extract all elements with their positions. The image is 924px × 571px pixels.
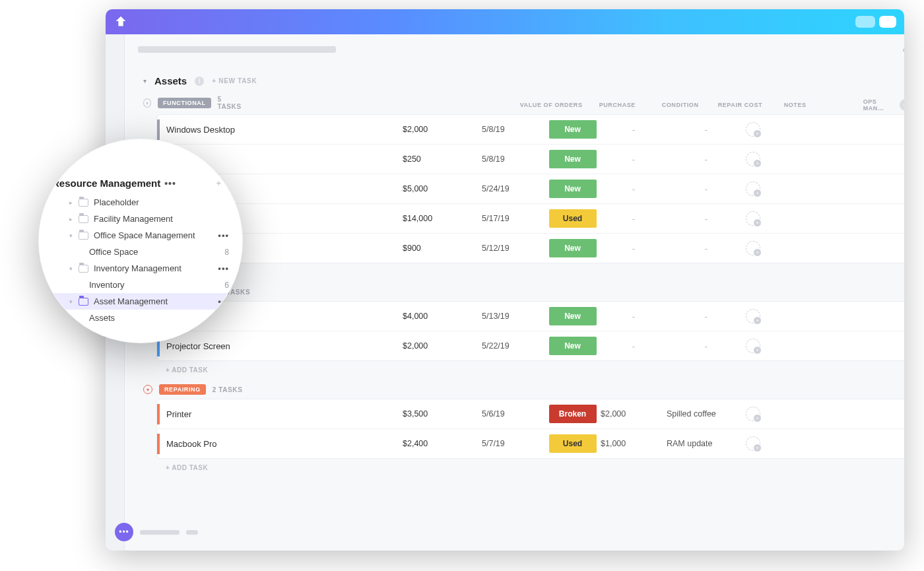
window-controls[interactable]: [855, 16, 896, 28]
tree-caret-icon[interactable]: ▾: [68, 232, 73, 239]
tree-caret-icon[interactable]: ▸: [68, 216, 73, 222]
purchase-date[interactable]: 5/12/19: [482, 244, 544, 253]
notes[interactable]: Spilled coffee: [667, 409, 746, 419]
purchase-date[interactable]: 5/6/19: [482, 409, 544, 419]
repair-cost[interactable]: -: [601, 341, 667, 351]
tree-caret-icon[interactable]: ▾: [68, 265, 73, 272]
sidebar-item[interactable]: ▸Placeholder: [52, 194, 240, 211]
notes[interactable]: -: [667, 312, 746, 321]
condition-badge[interactable]: New: [549, 150, 597, 168]
item-options-icon[interactable]: •••: [218, 230, 233, 240]
repair-cost[interactable]: $1,000: [601, 439, 667, 448]
column-header[interactable]: NOTES: [784, 102, 863, 108]
new-task-button[interactable]: + NEW TASK: [212, 77, 257, 84]
gear-icon[interactable]: [903, 44, 904, 59]
add-task-button[interactable]: + ADD TASK: [138, 459, 904, 475]
value-of-orders[interactable]: $2,000: [403, 125, 482, 134]
purchase-date[interactable]: 5/24/19: [482, 184, 544, 193]
notes[interactable]: RAM update: [667, 439, 746, 448]
task-row[interactable]: Billboard$5,0005/24/19New--: [157, 174, 904, 203]
space-header[interactable]: Resource Management ••• + ⌕: [52, 178, 240, 194]
condition-badge[interactable]: New: [549, 337, 597, 355]
purchase-date[interactable]: 5/8/19: [482, 125, 544, 134]
column-header[interactable]: OPS MAN…: [863, 98, 900, 112]
task-row[interactable]: Monitor$2505/8/19New--: [157, 144, 904, 174]
notes[interactable]: -: [667, 244, 746, 253]
info-icon[interactable]: i: [195, 77, 204, 86]
value-of-orders[interactable]: $14,000: [403, 214, 482, 223]
status-collapse-icon[interactable]: ▾: [143, 98, 151, 108]
tree-caret-icon[interactable]: ▾: [68, 298, 73, 305]
task-row[interactable]: Windows Desktop$2,0005/8/19New--: [157, 115, 904, 144]
purchase-date[interactable]: 5/17/19: [482, 214, 544, 223]
assignee-avatar[interactable]: [746, 309, 760, 323]
condition-badge[interactable]: Used: [549, 209, 597, 228]
sidebar-item[interactable]: Office Space8: [52, 244, 240, 260]
condition-badge[interactable]: New: [549, 239, 597, 257]
task-row[interactable]: Macbook Pro$2,4005/7/19Used$1,000RAM upd…: [157, 428, 904, 458]
condition-badge[interactable]: Broken: [549, 405, 597, 423]
value-of-orders[interactable]: $3,500: [403, 409, 482, 419]
assignee-avatar[interactable]: [746, 182, 760, 196]
purchase-date[interactable]: 5/7/19: [482, 439, 544, 448]
task-row[interactable]: Car$14,0005/17/19Used--: [157, 203, 904, 233]
task-row[interactable]: Projector Screen$2,0005/22/19New--: [157, 331, 904, 360]
notes[interactable]: -: [667, 125, 746, 135]
add-column-icon[interactable]: +: [900, 99, 904, 111]
add-task-button[interactable]: + ADD TASK: [138, 263, 904, 280]
repair-cost[interactable]: -: [601, 154, 667, 164]
sidebar-item[interactable]: ▾Asset Management•••: [52, 293, 240, 310]
repair-cost[interactable]: -: [601, 125, 667, 135]
status-collapse-icon[interactable]: ▾: [143, 385, 152, 394]
condition-badge[interactable]: New: [549, 120, 597, 139]
column-header[interactable]: REPAIR COST: [718, 102, 784, 108]
repair-cost[interactable]: -: [601, 184, 667, 194]
notes[interactable]: -: [667, 154, 746, 164]
value-of-orders[interactable]: $900: [403, 244, 482, 253]
assignee-avatar[interactable]: [746, 241, 760, 255]
assignee-avatar[interactable]: [746, 152, 760, 166]
assignee-avatar[interactable]: [746, 436, 760, 451]
column-header[interactable]: CONDITION: [662, 102, 718, 108]
item-options-icon[interactable]: •••: [218, 263, 233, 273]
purchase-date[interactable]: 5/22/19: [482, 341, 544, 351]
assignee-avatar[interactable]: [746, 122, 760, 137]
assignee-avatar[interactable]: [746, 407, 760, 421]
value-of-orders[interactable]: $5,000: [403, 184, 482, 193]
value-of-orders[interactable]: $4,000: [403, 312, 482, 321]
notes[interactable]: -: [667, 214, 746, 224]
sidebar-item[interactable]: ▸Facility Management: [52, 211, 240, 227]
condition-badge[interactable]: New: [549, 180, 597, 198]
add-task-button[interactable]: + ADD TASK: [138, 361, 904, 378]
space-options-icon[interactable]: •••: [164, 178, 176, 189]
window-control-b[interactable]: [879, 16, 896, 28]
condition-badge[interactable]: Used: [549, 434, 597, 453]
value-of-orders[interactable]: $2,400: [403, 439, 482, 448]
window-control-a[interactable]: [855, 16, 875, 28]
column-header[interactable]: PURCHASE: [599, 102, 662, 108]
column-header[interactable]: VALUE OF ORDERS: [520, 102, 599, 108]
purchase-date[interactable]: 5/8/19: [482, 154, 544, 164]
value-of-orders[interactable]: $250: [403, 154, 482, 164]
notes[interactable]: -: [667, 341, 746, 351]
assignee-avatar[interactable]: [746, 211, 760, 226]
repair-cost[interactable]: -: [601, 214, 667, 224]
plus-icon[interactable]: +: [216, 178, 221, 188]
notes[interactable]: -: [667, 184, 746, 194]
list-collapse-caret-icon[interactable]: ▾: [143, 77, 147, 84]
condition-badge[interactable]: New: [549, 307, 597, 325]
task-row[interactable]: Projector$4,0005/13/19New--: [157, 302, 904, 331]
repair-cost[interactable]: -: [601, 312, 667, 321]
status-pill[interactable]: REPAIRING: [159, 384, 206, 395]
value-of-orders[interactable]: $2,000: [403, 341, 482, 351]
purchase-date[interactable]: 5/13/19: [482, 312, 544, 321]
sidebar-item[interactable]: ▾Office Space Management•••: [52, 227, 240, 244]
sidebar-item[interactable]: ▾Inventory Management•••: [52, 260, 240, 277]
repair-cost[interactable]: $2,000: [601, 409, 667, 419]
tree-caret-icon[interactable]: ▸: [68, 199, 73, 206]
status-pill[interactable]: FUNCTIONAL: [158, 98, 211, 108]
assignee-avatar[interactable]: [746, 339, 760, 353]
repair-cost[interactable]: -: [601, 244, 667, 253]
task-row[interactable]: Printer$3,5005/6/19Broken$2,000Spilled c…: [157, 399, 904, 428]
sidebar-item[interactable]: Inventory6: [52, 277, 240, 293]
